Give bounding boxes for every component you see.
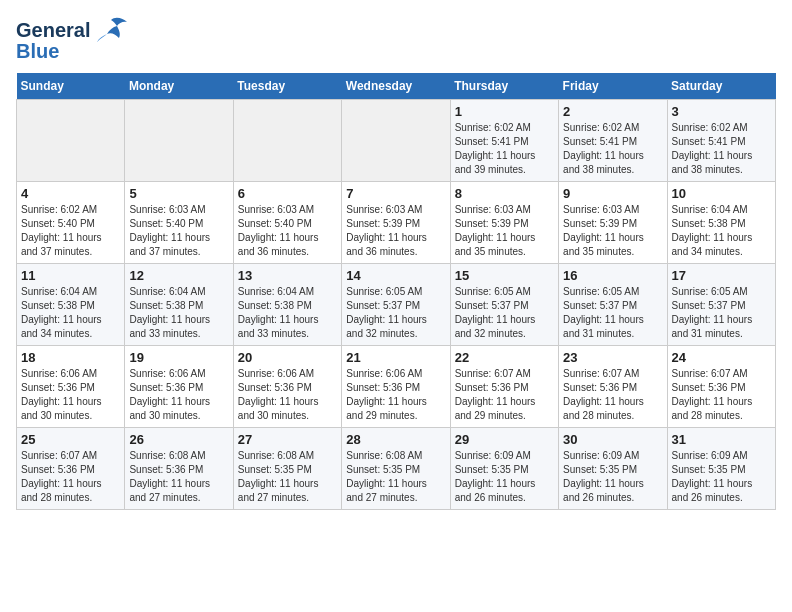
day-number: 31 [672,432,771,447]
logo-blue: Blue [16,40,59,63]
day-number: 21 [346,350,445,365]
header-monday: Monday [125,73,233,100]
day-info: Sunrise: 6:06 AM Sunset: 5:36 PM Dayligh… [21,367,120,423]
day-info: Sunrise: 6:06 AM Sunset: 5:36 PM Dayligh… [129,367,228,423]
day-number: 30 [563,432,662,447]
calendar-cell [233,100,341,182]
day-number: 14 [346,268,445,283]
calendar-cell: 29Sunrise: 6:09 AM Sunset: 5:35 PM Dayli… [450,428,558,510]
day-info: Sunrise: 6:05 AM Sunset: 5:37 PM Dayligh… [455,285,554,341]
header-friday: Friday [559,73,667,100]
calendar-cell: 6Sunrise: 6:03 AM Sunset: 5:40 PM Daylig… [233,182,341,264]
day-info: Sunrise: 6:03 AM Sunset: 5:39 PM Dayligh… [455,203,554,259]
calendar-cell: 14Sunrise: 6:05 AM Sunset: 5:37 PM Dayli… [342,264,450,346]
day-number: 28 [346,432,445,447]
calendar-cell: 20Sunrise: 6:06 AM Sunset: 5:36 PM Dayli… [233,346,341,428]
calendar-cell [125,100,233,182]
day-number: 25 [21,432,120,447]
calendar-cell: 4Sunrise: 6:02 AM Sunset: 5:40 PM Daylig… [17,182,125,264]
day-number: 7 [346,186,445,201]
day-info: Sunrise: 6:07 AM Sunset: 5:36 PM Dayligh… [563,367,662,423]
page-header: General Blue [16,16,776,63]
day-number: 13 [238,268,337,283]
day-info: Sunrise: 6:09 AM Sunset: 5:35 PM Dayligh… [563,449,662,505]
day-number: 4 [21,186,120,201]
day-info: Sunrise: 6:03 AM Sunset: 5:39 PM Dayligh… [346,203,445,259]
calendar-cell: 24Sunrise: 6:07 AM Sunset: 5:36 PM Dayli… [667,346,775,428]
calendar-cell: 12Sunrise: 6:04 AM Sunset: 5:38 PM Dayli… [125,264,233,346]
day-info: Sunrise: 6:07 AM Sunset: 5:36 PM Dayligh… [455,367,554,423]
header-wednesday: Wednesday [342,73,450,100]
day-number: 10 [672,186,771,201]
calendar-cell: 18Sunrise: 6:06 AM Sunset: 5:36 PM Dayli… [17,346,125,428]
logo-general: General [16,19,90,42]
calendar-cell: 28Sunrise: 6:08 AM Sunset: 5:35 PM Dayli… [342,428,450,510]
header-tuesday: Tuesday [233,73,341,100]
day-number: 8 [455,186,554,201]
day-info: Sunrise: 6:02 AM Sunset: 5:40 PM Dayligh… [21,203,120,259]
day-number: 27 [238,432,337,447]
day-info: Sunrise: 6:08 AM Sunset: 5:35 PM Dayligh… [238,449,337,505]
day-info: Sunrise: 6:03 AM Sunset: 5:40 PM Dayligh… [238,203,337,259]
day-info: Sunrise: 6:05 AM Sunset: 5:37 PM Dayligh… [672,285,771,341]
day-number: 9 [563,186,662,201]
day-number: 24 [672,350,771,365]
day-info: Sunrise: 6:08 AM Sunset: 5:36 PM Dayligh… [129,449,228,505]
day-number: 20 [238,350,337,365]
calendar-header-row: SundayMondayTuesdayWednesdayThursdayFrid… [17,73,776,100]
calendar-table: SundayMondayTuesdayWednesdayThursdayFrid… [16,73,776,510]
calendar-cell: 15Sunrise: 6:05 AM Sunset: 5:37 PM Dayli… [450,264,558,346]
day-info: Sunrise: 6:03 AM Sunset: 5:39 PM Dayligh… [563,203,662,259]
calendar-week-3: 11Sunrise: 6:04 AM Sunset: 5:38 PM Dayli… [17,264,776,346]
header-thursday: Thursday [450,73,558,100]
day-info: Sunrise: 6:09 AM Sunset: 5:35 PM Dayligh… [455,449,554,505]
day-info: Sunrise: 6:09 AM Sunset: 5:35 PM Dayligh… [672,449,771,505]
day-number: 1 [455,104,554,119]
day-info: Sunrise: 6:02 AM Sunset: 5:41 PM Dayligh… [672,121,771,177]
calendar-cell: 26Sunrise: 6:08 AM Sunset: 5:36 PM Dayli… [125,428,233,510]
day-info: Sunrise: 6:05 AM Sunset: 5:37 PM Dayligh… [563,285,662,341]
day-info: Sunrise: 6:05 AM Sunset: 5:37 PM Dayligh… [346,285,445,341]
day-info: Sunrise: 6:04 AM Sunset: 5:38 PM Dayligh… [21,285,120,341]
day-number: 17 [672,268,771,283]
day-info: Sunrise: 6:07 AM Sunset: 5:36 PM Dayligh… [21,449,120,505]
calendar-cell: 23Sunrise: 6:07 AM Sunset: 5:36 PM Dayli… [559,346,667,428]
day-info: Sunrise: 6:08 AM Sunset: 5:35 PM Dayligh… [346,449,445,505]
day-number: 29 [455,432,554,447]
calendar-cell: 30Sunrise: 6:09 AM Sunset: 5:35 PM Dayli… [559,428,667,510]
day-info: Sunrise: 6:06 AM Sunset: 5:36 PM Dayligh… [238,367,337,423]
day-info: Sunrise: 6:04 AM Sunset: 5:38 PM Dayligh… [238,285,337,341]
day-info: Sunrise: 6:07 AM Sunset: 5:36 PM Dayligh… [672,367,771,423]
day-info: Sunrise: 6:03 AM Sunset: 5:40 PM Dayligh… [129,203,228,259]
header-saturday: Saturday [667,73,775,100]
calendar-cell: 5Sunrise: 6:03 AM Sunset: 5:40 PM Daylig… [125,182,233,264]
calendar-cell [342,100,450,182]
calendar-cell: 22Sunrise: 6:07 AM Sunset: 5:36 PM Dayli… [450,346,558,428]
day-number: 6 [238,186,337,201]
day-number: 15 [455,268,554,283]
calendar-cell: 3Sunrise: 6:02 AM Sunset: 5:41 PM Daylig… [667,100,775,182]
day-number: 23 [563,350,662,365]
calendar-cell: 13Sunrise: 6:04 AM Sunset: 5:38 PM Dayli… [233,264,341,346]
day-number: 5 [129,186,228,201]
calendar-cell: 2Sunrise: 6:02 AM Sunset: 5:41 PM Daylig… [559,100,667,182]
calendar-cell: 17Sunrise: 6:05 AM Sunset: 5:37 PM Dayli… [667,264,775,346]
calendar-cell: 25Sunrise: 6:07 AM Sunset: 5:36 PM Dayli… [17,428,125,510]
calendar-cell: 11Sunrise: 6:04 AM Sunset: 5:38 PM Dayli… [17,264,125,346]
calendar-cell: 9Sunrise: 6:03 AM Sunset: 5:39 PM Daylig… [559,182,667,264]
day-info: Sunrise: 6:04 AM Sunset: 5:38 PM Dayligh… [129,285,228,341]
day-info: Sunrise: 6:02 AM Sunset: 5:41 PM Dayligh… [563,121,662,177]
calendar-cell: 10Sunrise: 6:04 AM Sunset: 5:38 PM Dayli… [667,182,775,264]
calendar-cell: 19Sunrise: 6:06 AM Sunset: 5:36 PM Dayli… [125,346,233,428]
day-number: 22 [455,350,554,365]
logo: General Blue [16,16,129,63]
day-info: Sunrise: 6:02 AM Sunset: 5:41 PM Dayligh… [455,121,554,177]
day-info: Sunrise: 6:06 AM Sunset: 5:36 PM Dayligh… [346,367,445,423]
day-number: 2 [563,104,662,119]
calendar-week-5: 25Sunrise: 6:07 AM Sunset: 5:36 PM Dayli… [17,428,776,510]
calendar-week-2: 4Sunrise: 6:02 AM Sunset: 5:40 PM Daylig… [17,182,776,264]
logo-bird-icon [93,16,129,44]
calendar-cell: 8Sunrise: 6:03 AM Sunset: 5:39 PM Daylig… [450,182,558,264]
calendar-week-1: 1Sunrise: 6:02 AM Sunset: 5:41 PM Daylig… [17,100,776,182]
calendar-cell: 21Sunrise: 6:06 AM Sunset: 5:36 PM Dayli… [342,346,450,428]
